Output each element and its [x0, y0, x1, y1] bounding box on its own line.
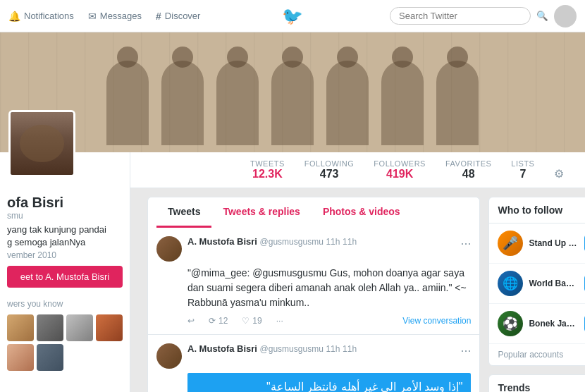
follower-avatars	[7, 314, 123, 371]
stat-favorites[interactable]: FAVORITES 48	[445, 159, 491, 188]
tweet-body-1: "@mima_gee: @gusmusgusmu Gus, mohon doan…	[187, 266, 471, 310]
twitter-logo[interactable]: 🐦	[282, 6, 303, 26]
suggestion-3: ⚽ Bonek Jabodetabe Follow	[489, 304, 585, 344]
tweet-arabic-text: "إذا وسد الأمر الى غير أهله فانتظر الساع…	[187, 373, 471, 392]
notifications-label: Notifications	[24, 11, 74, 21]
tweet-header-1: A. Mustofa Bisri @gusmusgusmu 11h 11h ··…	[156, 236, 471, 262]
tweet-handle-2: @gusmusgusmu	[260, 344, 324, 354]
notifications-nav[interactable]: Notifications	[8, 11, 74, 22]
cover-photo	[0, 32, 585, 152]
search-input[interactable]	[390, 7, 531, 25]
figure-3	[216, 61, 259, 145]
worldbank-name[interactable]: World Bank	[529, 278, 575, 288]
follower-avatar-2[interactable]	[37, 314, 63, 341]
follower-avatar-3[interactable]	[66, 314, 93, 341]
profile-name: ofa Bisri	[7, 195, 123, 211]
follower-avatar-5[interactable]	[7, 344, 34, 371]
follower-avatar-4[interactable]	[96, 314, 123, 341]
tweet-header-2: A. Mustofa Bisri @gusmusgusmu 11h 11h ··…	[156, 343, 471, 369]
who-to-follow-panel: Who to follow Refresh 🎤 Stand Up Comedy …	[488, 197, 585, 366]
suggest-avatar-worldbank[interactable]: 🌐	[498, 271, 523, 296]
stat-followers[interactable]: FOLLOWERS 419K	[374, 159, 426, 188]
settings-icon[interactable]: ⚙	[554, 167, 564, 180]
reply-action-1[interactable]	[187, 316, 195, 326]
following-value: 473	[304, 168, 355, 180]
followers-label: FOLLOWERS	[374, 159, 426, 168]
wtf-footer: Popular accounts Find friends	[489, 344, 585, 365]
followers-you-know-section: wers you know	[7, 299, 123, 371]
tab-tweets-replies[interactable]: Tweets & replies	[211, 197, 311, 228]
avatar-face	[11, 112, 73, 175]
nav-left: Notifications Messages Discover	[8, 11, 200, 22]
popular-accounts-link[interactable]: Popular accounts	[498, 350, 563, 360]
tweet-handle-1: @gusmusgusmu	[260, 237, 324, 247]
suggest-avatar-standup[interactable]: 🎤	[498, 231, 523, 256]
main-content: TWEETS 12.3K FOLLOWING 473 FOLLOWERS 419…	[130, 152, 585, 392]
favorites-value: 48	[445, 168, 491, 180]
tab-tweets[interactable]: Tweets	[156, 197, 211, 228]
message-icon	[88, 11, 97, 22]
tweet-more-1[interactable]: ···	[460, 236, 471, 251]
tweet-card-2: A. Mustofa Bisri @gusmusgusmu 11h 11h ··…	[147, 335, 480, 392]
like-action-1[interactable]: 19	[242, 316, 261, 326]
profile-handle: smu	[7, 211, 123, 221]
reply-icon-1	[187, 316, 195, 326]
top-nav: Notifications Messages Discover 🐦 🔍	[0, 0, 585, 32]
suggest-avatar-bonek[interactable]: ⚽	[498, 311, 523, 336]
trends-header: Trends Change	[489, 375, 585, 392]
suggestion-2: 🌐 World Bank ✓ Follow	[489, 264, 585, 304]
tabs-row: Tweets Tweets & replies Photos & videos	[147, 197, 480, 228]
stat-lists[interactable]: LISTS 7	[511, 159, 534, 188]
like-count-1: 19	[252, 316, 261, 326]
tweet-actions-1: 12 19 ··· View conversation	[187, 316, 471, 326]
tweets-value: 12.3K	[250, 168, 285, 180]
followers-value: 419K	[374, 168, 426, 180]
tweet-avatar-inner-2	[156, 343, 182, 369]
tweet-more-2[interactable]: ···	[460, 343, 471, 358]
suggest-name-2: World Bank ✓	[529, 278, 579, 288]
stat-following[interactable]: FOLLOWING 473	[304, 159, 355, 188]
tweet-author-1[interactable]: A. Mustofa Bisri	[187, 236, 257, 247]
suggest-name-3[interactable]: Bonek Jabodetabe	[529, 319, 579, 329]
right-column: Who to follow Refresh 🎤 Stand Up Comedy …	[488, 197, 585, 392]
figure-7	[436, 61, 479, 145]
figure-1	[106, 61, 149, 145]
tweet-meta-1: A. Mustofa Bisri @gusmusgusmu 11h 11h	[187, 236, 455, 247]
profile-avatar[interactable]	[8, 110, 75, 177]
stat-tweets[interactable]: TWEETS 12.3K	[250, 159, 285, 188]
following-label: FOLLOWING	[304, 159, 355, 168]
suggest-info-2: World Bank ✓	[529, 278, 579, 288]
cover-figures	[0, 32, 585, 152]
cover-sepia-bg	[0, 32, 585, 152]
tweet-meta-2: A. Mustofa Bisri @gusmusgusmu 11h 11h	[187, 343, 455, 354]
tab-photos-videos[interactable]: Photos & videos	[312, 197, 412, 228]
follower-avatar-1[interactable]	[7, 314, 34, 341]
follower-avatar-6[interactable]	[37, 344, 63, 371]
retweet-count-1: 12	[218, 316, 228, 326]
tweet-avatar-1[interactable]	[156, 236, 182, 262]
bio-line1: yang tak kunjung pandai	[7, 223, 123, 236]
more-action-1[interactable]: ···	[276, 316, 283, 326]
suggest-info-3: Bonek Jabodetabe	[529, 319, 579, 329]
suggest-info-1: Stand Up Comedy	[529, 238, 579, 248]
bio-line2: g semoga jalanNya	[7, 236, 123, 249]
suggest-name-1[interactable]: Stand Up Comedy	[529, 238, 579, 248]
retweet-action-1[interactable]: 12	[209, 316, 228, 326]
retweet-icon-1	[209, 316, 216, 326]
main-layout: Tweets Tweets & replies Photos & videos …	[130, 188, 585, 392]
discover-nav[interactable]: Discover	[156, 11, 200, 22]
suggestion-1: 🎤 Stand Up Comedy Follow	[489, 223, 585, 264]
stats-bar: TWEETS 12.3K FOLLOWING 473 FOLLOWERS 419…	[130, 152, 585, 188]
favorites-label: FAVORITES	[445, 159, 491, 168]
tweet-time-1-val: 11h	[343, 237, 357, 247]
user-avatar-nav[interactable]	[554, 5, 577, 27]
messages-nav[interactable]: Messages	[88, 11, 142, 22]
view-conversation-link[interactable]: View conversation	[402, 316, 471, 326]
tweet-time-1: 11h	[326, 237, 340, 247]
search-button[interactable]: 🔍	[536, 11, 548, 21]
twitter-bird-icon: 🐦	[282, 6, 303, 25]
tweet-author-2[interactable]: A. Mustofa Bisri	[187, 343, 257, 354]
like-icon-1	[242, 316, 250, 326]
tweet-to-button[interactable]: eet to A. Mustofa Bisri	[7, 266, 123, 288]
tweet-avatar-2[interactable]	[156, 343, 182, 369]
